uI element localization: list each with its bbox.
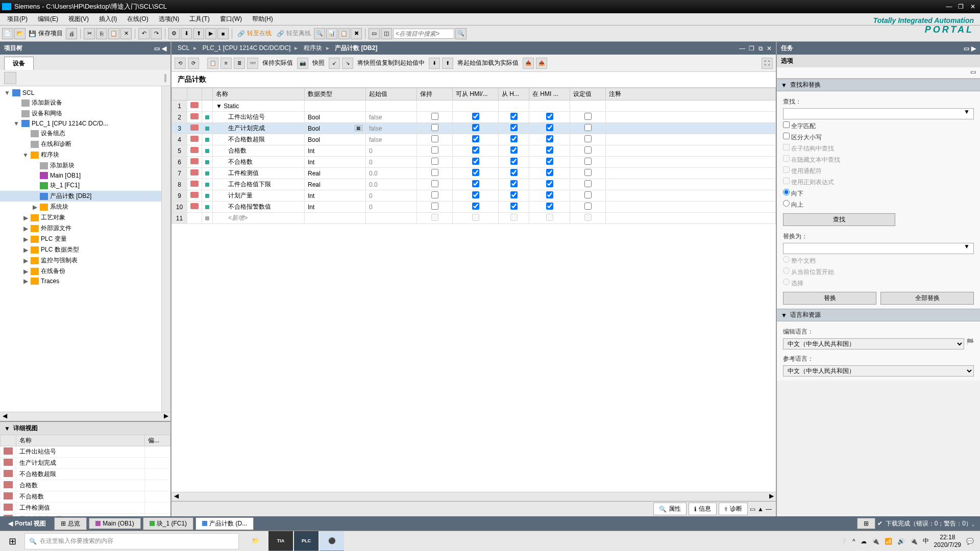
tree-item[interactable]: ▶系统块 xyxy=(0,202,161,212)
detail-row[interactable]: 工件检测值 xyxy=(1,503,170,514)
tree-item[interactable]: 设备组态 xyxy=(0,128,161,139)
tree-item[interactable]: ▶Traces xyxy=(0,277,161,286)
checkbox[interactable] xyxy=(546,113,553,120)
var-name[interactable]: 工件出站信号 xyxy=(213,112,305,123)
tasks-icon1[interactable]: ▭ xyxy=(964,45,969,52)
et-icon-10[interactable]: ⬇ xyxy=(429,58,440,69)
et-icon-2[interactable]: ⟳ xyxy=(188,58,199,69)
var-name[interactable]: 工件检测值 xyxy=(213,168,305,179)
tray-up-icon[interactable]: ^ xyxy=(852,538,855,545)
status-panel-icon[interactable]: ⊞ xyxy=(857,518,875,529)
expand-icon[interactable]: ▶ xyxy=(22,236,29,243)
explorer-app-icon[interactable]: 📁 xyxy=(243,531,267,552)
copy-snapshot-button[interactable]: 将快照值复制到起始值中 xyxy=(355,58,427,68)
inspector-min2-icon[interactable]: — xyxy=(766,506,772,513)
lang-resources-header[interactable]: ▼语言和资源 xyxy=(777,309,980,321)
checkbox[interactable] xyxy=(584,180,592,187)
var-type[interactable]: Int xyxy=(305,157,366,168)
redo-icon[interactable]: ↷ xyxy=(151,28,162,39)
checkbox[interactable] xyxy=(431,180,438,187)
help-tray-icon[interactable]: ❔ xyxy=(840,538,847,545)
editor-float-icon[interactable]: ⧉ xyxy=(758,45,763,52)
db-row[interactable]: 3生产计划完成Bool ▦false xyxy=(172,123,776,134)
split-h-icon[interactable]: ▭ xyxy=(369,28,380,39)
undo-icon[interactable]: ↶ xyxy=(138,28,150,39)
detail-row[interactable]: 工件合格值下限 xyxy=(1,514,170,517)
tree-item[interactable]: ▼程序块 xyxy=(0,149,161,160)
var-type[interactable]: Int xyxy=(305,202,366,213)
start-button[interactable]: ⊞ xyxy=(0,531,24,552)
taskbar-search[interactable]: 🔍 在这里输入你要搜索的内容 xyxy=(24,533,239,549)
crumb-db[interactable]: 产品计数 [DB2] xyxy=(333,44,379,52)
var-name[interactable]: 不合格报警数值 xyxy=(213,202,305,213)
checkbox[interactable] xyxy=(472,191,479,198)
keep-actual-button[interactable]: 保持实际值 xyxy=(260,58,295,68)
checkbox[interactable] xyxy=(431,203,438,210)
menu-project[interactable]: 项目(P) xyxy=(2,14,33,24)
tia-app-icon[interactable]: TIA xyxy=(268,531,293,552)
usb-tray-icon[interactable]: 🔌 xyxy=(872,538,879,545)
tool-icon[interactable]: 🔍 xyxy=(314,28,325,39)
tool3-icon[interactable]: 📋 xyxy=(338,28,350,39)
power-tray-icon[interactable]: 🔌 xyxy=(910,538,918,545)
var-type[interactable]: Bool xyxy=(305,112,366,123)
et-icon-5[interactable]: ≣ xyxy=(234,58,245,69)
checkbox[interactable] xyxy=(546,135,553,142)
find-button[interactable]: 查找 xyxy=(783,213,895,226)
load-start-button[interactable]: 将起始值加载为实际值 xyxy=(455,58,521,68)
checkbox[interactable] xyxy=(472,180,479,187)
col-hmi-r[interactable]: 可从 HMI/... xyxy=(453,88,499,101)
snapshot-button[interactable]: 快照 xyxy=(310,58,327,68)
diagnostics-tab[interactable]: ⚕诊断 xyxy=(719,503,748,515)
tree-scrollbar[interactable] xyxy=(161,86,170,412)
pin-icon[interactable]: ◀ xyxy=(162,45,166,52)
checkbox[interactable] xyxy=(510,135,518,142)
editor-close-icon[interactable]: ✕ xyxy=(767,45,772,52)
find-input[interactable] xyxy=(783,108,974,119)
tree-item[interactable]: ▶工艺对象 xyxy=(0,212,161,223)
tree-scroll-right[interactable]: ▶ xyxy=(161,412,170,421)
replace-input[interactable] xyxy=(783,243,974,254)
clock[interactable]: 22:18 2020/7/29 xyxy=(934,534,961,548)
tree-item[interactable]: 添加新设备 xyxy=(0,97,161,108)
ref-lang-select[interactable]: 中文（中华人民共和国） xyxy=(783,365,974,377)
db-row[interactable]: 4不合格数超限Boolfalse xyxy=(172,134,776,145)
expand-icon[interactable]: ▶ xyxy=(22,257,29,264)
save-project-button[interactable]: 💾保存项目 xyxy=(27,29,65,38)
db-row[interactable]: 5合格数Int0 xyxy=(172,145,776,157)
checkbox[interactable] xyxy=(546,191,553,198)
var-name[interactable]: 不合格数超限 xyxy=(213,134,305,145)
db-row[interactable]: 2工件出站信号Boolfalse xyxy=(172,112,776,123)
minimize-button[interactable]: — xyxy=(945,3,953,10)
db-h-scrollbar[interactable]: ◀▶ xyxy=(172,492,776,501)
expand-icon[interactable]: ▶ xyxy=(32,204,38,211)
case-checkbox[interactable]: 区分大小写 xyxy=(783,133,974,142)
checkbox[interactable] xyxy=(472,203,479,210)
find-dropdown-icon[interactable]: ▼ xyxy=(964,108,974,119)
editor-minimize-icon[interactable]: — xyxy=(739,45,745,52)
var-name[interactable]: 工件合格值下限 xyxy=(213,179,305,190)
menu-help[interactable]: 帮助(H) xyxy=(247,14,278,24)
checkbox[interactable] xyxy=(431,113,438,120)
plcsim-app-icon[interactable]: PLC xyxy=(294,531,318,552)
edit-lang-select[interactable]: 中文（中华人民共和国） xyxy=(783,338,964,349)
whole-word-checkbox[interactable]: 全字匹配 xyxy=(783,121,974,131)
tree-item[interactable]: Main [OB1] xyxy=(0,171,161,180)
var-init[interactable]: 0 xyxy=(366,190,417,202)
checkbox[interactable] xyxy=(510,113,518,120)
db-row[interactable]: 10不合格报警数值Int0 xyxy=(172,202,776,213)
delete-icon[interactable]: ✕ xyxy=(120,28,132,39)
et-icon-13[interactable]: 📤 xyxy=(536,58,547,69)
static-row[interactable]: ▼ Static xyxy=(213,101,305,112)
wifi-tray-icon[interactable]: 📶 xyxy=(885,538,892,545)
menu-tools[interactable]: 工具(T) xyxy=(184,14,214,24)
go-offline-button[interactable]: 🔗转至离线 xyxy=(275,29,313,38)
checkbox[interactable] xyxy=(584,169,592,176)
var-name[interactable]: 生产计划完成 xyxy=(213,123,305,134)
checkbox[interactable] xyxy=(510,158,518,165)
copy-icon[interactable]: ⎘ xyxy=(96,28,107,39)
crumb-plc[interactable]: PLC_1 [CPU 1214C DC/DC/DC] xyxy=(201,44,293,52)
menu-options[interactable]: 选项(N) xyxy=(154,14,185,24)
checkbox[interactable] xyxy=(431,124,438,131)
var-init[interactable]: 0 xyxy=(366,202,417,213)
